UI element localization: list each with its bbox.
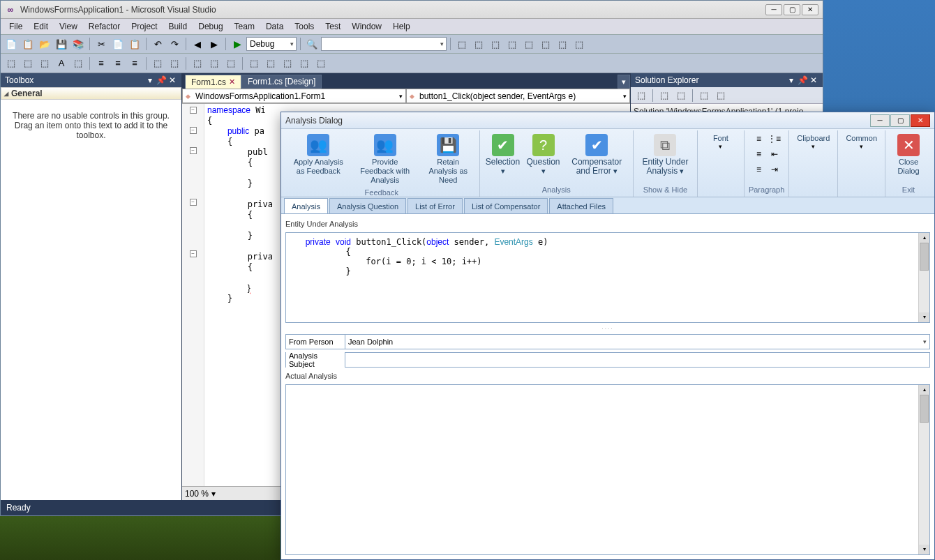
subject-input[interactable] (345, 353, 929, 367)
toolbox-group-general[interactable]: General (1, 87, 181, 100)
window-icon[interactable]: ⬚ (280, 56, 295, 71)
tool-icon[interactable]: ⬚ (488, 36, 503, 52)
scrollbar[interactable] (918, 233, 929, 322)
bookmark-icon[interactable]: ⬚ (190, 56, 205, 71)
menu-tools[interactable]: Tools (289, 20, 320, 33)
tool-icon[interactable]: ⬚ (471, 36, 486, 52)
menu-edit[interactable]: Edit (28, 20, 54, 33)
entity-code-box[interactable]: private void button1_Click(object sender… (285, 232, 930, 323)
menu-refactor[interactable]: Refactor (83, 20, 126, 33)
window-icon[interactable]: ⬚ (263, 56, 278, 71)
clipboard-button[interactable]: Clipboard ▾ (793, 132, 833, 152)
undo-icon[interactable]: ↶ (150, 36, 165, 52)
text-tool-icon[interactable]: ⬚ (70, 56, 86, 71)
tab-analysis-question[interactable]: Analysis Question (329, 198, 406, 213)
vs-titlebar[interactable]: ∞ WindowsFormsApplication1 - Microsoft V… (1, 1, 823, 19)
fold-icon[interactable]: − (190, 250, 197, 257)
retain-analysis-button[interactable]: 💾 Retain Analysis as Need (421, 132, 475, 187)
tab-attached-files[interactable]: Attached Files (549, 198, 613, 213)
tab-form1-cs[interactable]: Form1.cs ✕ (185, 75, 241, 89)
splitter[interactable]: ···· (285, 326, 930, 331)
close-tab-icon[interactable]: ✕ (229, 77, 235, 86)
find-combo[interactable] (321, 37, 447, 51)
indent-icon[interactable]: ≡ (94, 56, 109, 71)
indent-icon[interactable]: ⇥ (768, 162, 781, 176)
question-button[interactable]: ? Question ▾ (525, 132, 562, 178)
align-left-icon[interactable]: ≡ (752, 132, 766, 146)
fold-icon[interactable]: − (190, 107, 197, 114)
tool-icon[interactable]: ⬚ (555, 36, 570, 52)
compensator-button[interactable]: ✔ Compensator and Error ▾ (565, 132, 629, 178)
view-code-icon[interactable]: ⬚ (696, 88, 712, 103)
tool-icon[interactable]: ⬚ (504, 36, 520, 52)
member-dropdown[interactable]: button1_Click(object sender, EventArgs e… (406, 89, 630, 103)
align-right-icon[interactable]: ≡ (752, 162, 766, 176)
dialog-titlebar[interactable]: Analysis Dialog ─ ▢ ✕ (281, 112, 934, 129)
fold-icon[interactable]: − (190, 147, 197, 154)
tool-icon[interactable]: ⬚ (538, 36, 553, 52)
actual-analysis-textarea[interactable] (285, 384, 930, 555)
menu-build[interactable]: Build (163, 20, 193, 33)
bookmark-icon[interactable]: ⬚ (207, 56, 222, 71)
font-button[interactable]: Font ▾ (702, 132, 740, 152)
open-folder-icon[interactable]: 📂 (37, 36, 52, 52)
tab-list-compensator[interactable]: List of Compensator (464, 198, 548, 213)
paste-icon[interactable]: 📋 (127, 36, 142, 52)
menu-window[interactable]: Window (346, 20, 387, 33)
class-dropdown[interactable]: WindowsFormsApplication1.Form1 (182, 89, 406, 103)
entity-under-analysis-button[interactable]: ⧉ Entity Under Analysis ▾ (638, 132, 693, 178)
view-designer-icon[interactable]: ⬚ (713, 88, 728, 103)
text-tool-icon[interactable]: ⬚ (3, 56, 19, 71)
config-combo[interactable]: Debug (246, 37, 297, 51)
fold-icon[interactable]: − (190, 127, 197, 134)
tool-icon[interactable]: ⬚ (571, 36, 587, 52)
menu-file[interactable]: File (3, 20, 28, 33)
redo-icon[interactable]: ↷ (167, 36, 182, 52)
text-tool-icon[interactable]: ⬚ (20, 56, 36, 71)
pin-icon[interactable]: 📌 (156, 75, 166, 85)
close-button[interactable]: ✕ (802, 4, 818, 15)
apply-analysis-button[interactable]: 👥 Apply Analysis as Feedback (288, 132, 349, 178)
window-icon[interactable]: ⬚ (313, 56, 329, 71)
nav-back-icon[interactable]: ◀ (190, 36, 205, 52)
format-icon[interactable]: ≡ (127, 56, 142, 71)
bookmark-icon[interactable]: ⬚ (223, 56, 239, 71)
tab-analysis[interactable]: Analysis (284, 198, 328, 213)
menu-help[interactable]: Help (387, 20, 416, 33)
scrollbar[interactable] (918, 385, 929, 554)
text-tool-icon[interactable]: ⬚ (37, 56, 52, 71)
tab-dropdown-icon[interactable]: ▾ (618, 75, 630, 89)
from-person-input[interactable] (345, 335, 929, 349)
window-icon[interactable]: ⬚ (246, 56, 262, 71)
provide-feedback-button[interactable]: 👥 Provide Feedback with Analysis (352, 132, 419, 187)
properties-icon[interactable]: ⬚ (634, 88, 649, 103)
align-center-icon[interactable]: ≡ (752, 147, 766, 161)
menu-test[interactable]: Test (320, 20, 346, 33)
comment-icon[interactable]: ⬚ (150, 56, 165, 71)
close-icon[interactable]: ✕ (809, 75, 818, 85)
dropdown-icon[interactable]: ▾ (786, 75, 796, 85)
save-all-icon[interactable]: 📚 (70, 36, 86, 52)
show-all-icon[interactable]: ⬚ (657, 88, 672, 103)
menu-view[interactable]: View (54, 20, 83, 33)
common-button[interactable]: Common ▾ (842, 132, 881, 152)
close-dialog-button[interactable]: ✕ Close Dialog (890, 132, 927, 178)
tab-list-error[interactable]: List of Error (407, 198, 463, 213)
maximize-button[interactable]: ▢ (784, 4, 800, 15)
pin-icon[interactable]: 📌 (798, 75, 807, 85)
minimize-button[interactable]: ─ (765, 4, 782, 15)
copy-icon[interactable]: 📄 (110, 36, 126, 52)
window-icon[interactable]: ⬚ (297, 56, 312, 71)
tool-icon[interactable]: ⬚ (454, 36, 470, 52)
bullets-icon[interactable]: ⋮≡ (768, 132, 781, 146)
solexp-header[interactable]: Solution Explorer ▾ 📌 ✕ (631, 73, 823, 87)
tool-icon[interactable]: ⬚ (521, 36, 537, 52)
find-icon[interactable]: 🔍 (304, 36, 320, 52)
start-debug-icon[interactable]: ▶ (230, 36, 245, 52)
menu-project[interactable]: Project (126, 20, 163, 33)
cut-icon[interactable]: ✂ (94, 36, 109, 52)
fold-icon[interactable]: − (190, 199, 197, 206)
outdent-icon[interactable]: ⇤ (768, 147, 781, 161)
refresh-icon[interactable]: ⬚ (673, 88, 689, 103)
outdent-icon[interactable]: ≡ (110, 56, 126, 71)
